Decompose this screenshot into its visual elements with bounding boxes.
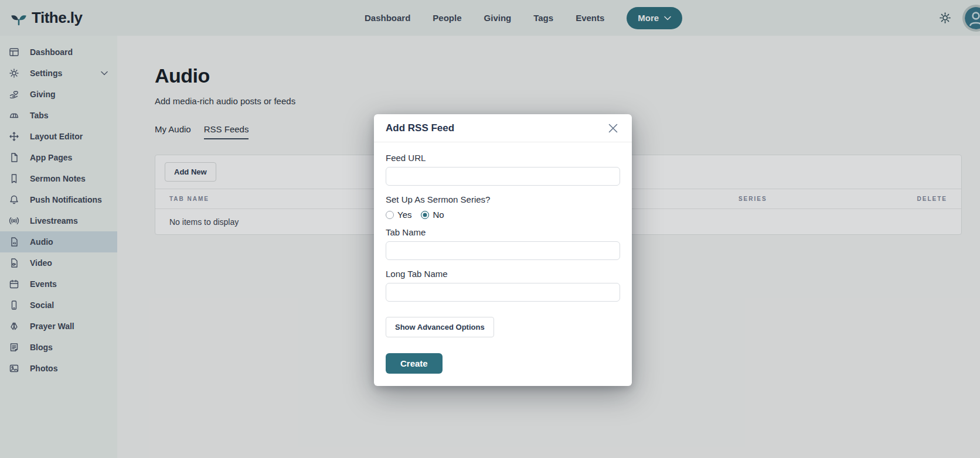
radio-label: No (433, 210, 444, 220)
tab-name-input[interactable] (386, 241, 620, 260)
modal-title: Add RSS Feed (386, 122, 454, 134)
app-window: Tithe.ly Dashboard People Giving Tags Ev… (0, 0, 980, 458)
create-button[interactable]: Create (386, 353, 443, 374)
long-tab-name-input[interactable] (386, 283, 620, 302)
feed-url-input[interactable] (386, 167, 620, 186)
tab-name-label: Tab Name (386, 227, 620, 237)
modal-body: Feed URL Set Up As Sermon Series? Yes No… (374, 142, 632, 386)
close-icon[interactable] (607, 122, 619, 134)
radio-label: Yes (397, 210, 411, 220)
radio-checked-icon (421, 211, 429, 219)
radio-option-no[interactable]: No (421, 210, 444, 220)
show-advanced-options-button[interactable]: Show Advanced Options (386, 317, 494, 337)
add-rss-feed-modal: Add RSS Feed Feed URL Set Up As Sermon S… (374, 114, 632, 386)
sermon-series-radio-group: Yes No (386, 210, 620, 220)
radio-option-yes[interactable]: Yes (386, 210, 411, 220)
long-tab-name-label: Long Tab Name (386, 269, 620, 279)
sermon-series-label: Set Up As Sermon Series? (386, 194, 620, 204)
modal-header: Add RSS Feed (374, 114, 632, 142)
feed-url-label: Feed URL (386, 153, 620, 163)
radio-unchecked-icon (386, 211, 394, 219)
